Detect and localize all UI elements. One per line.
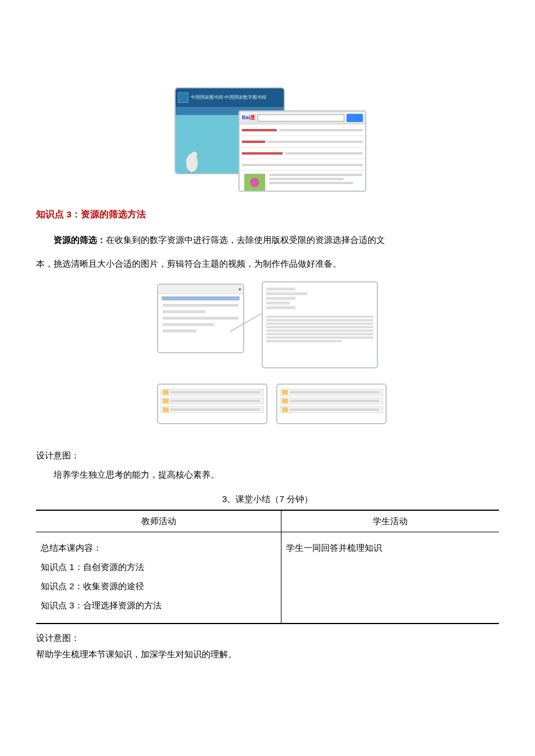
teacher-kp1: 知识点 1：自创资源的方法 (41, 557, 276, 576)
search-input-placeholder (258, 114, 344, 121)
folder-row (160, 389, 264, 396)
search-results-window: Bai度 (238, 110, 366, 192)
activity-table: 教师活动 学生活动 总结本课内容： 知识点 1：自创资源的方法 知识点 2：收集… (36, 510, 499, 624)
folder-row (280, 397, 383, 404)
class-summary-title: 3、课堂小结（7 分钟） (36, 492, 499, 506)
folder-icon (282, 390, 288, 395)
close-icon: × (238, 285, 241, 293)
knowledge-point-3-heading: 知识点 3：资源的筛选方法 (36, 207, 499, 222)
context-menu-title: × (158, 285, 243, 294)
filter-paragraph-line2: 本，挑选清晰且大小合适的图片，剪辑符合主题的视频，为制作作品做好准备。 (36, 254, 499, 273)
bird-illustration-icon (181, 150, 205, 174)
folder-panel-right (276, 384, 387, 424)
design-intent-2-block: 设计意图： 帮助学生梳理本节课知识，加深学生对知识的理解。 (36, 630, 499, 663)
folder-icon (163, 390, 169, 395)
design-intent-label-2: 设计意图： (36, 630, 499, 647)
search-button-placeholder (347, 114, 363, 122)
design-intent-label-1: 设计意图： (36, 446, 499, 465)
table-header-teacher: 教师活动 (36, 510, 281, 532)
teacher-activity-cell: 总结本课内容： 知识点 1：自创资源的方法 知识点 2：收集资源的途径 知识点 … (36, 532, 281, 624)
library-header-text: 中国国家图书馆·中国国家数字图书馆 (191, 94, 266, 102)
teacher-summary-line: 总结本课内容： (41, 538, 276, 557)
context-menu-window: × (157, 284, 244, 353)
folder-row (280, 406, 383, 413)
folder-icon (163, 399, 169, 403)
folder-icon (282, 407, 288, 412)
design-intent-text-1: 培养学生独立思考的能力，提高核心素养。 (36, 465, 499, 484)
properties-window (262, 281, 378, 368)
folder-row (160, 397, 264, 404)
result-row (240, 124, 365, 136)
figure1-container: 中国国家图书馆·中国国家数字图书馆 Bai度 (169, 76, 366, 192)
svg-point-1 (191, 152, 197, 157)
filter-bold-label: 资源的筛选： (54, 235, 106, 245)
folder-icon (282, 399, 288, 403)
folder-row (160, 406, 264, 413)
filter-text-1: 在收集到的数字资源中进行筛选，去除使用版权受限的资源选择合适的文 (106, 235, 385, 245)
search-result-rows (240, 124, 365, 192)
teacher-kp3: 知识点 3：合理选择资源的方法 (41, 596, 276, 615)
result-with-thumb (240, 171, 365, 192)
result-row (240, 136, 365, 148)
folder-panel-left (157, 384, 268, 424)
folder-icon (163, 407, 169, 412)
result-thumbnail-icon (244, 174, 265, 191)
student-activity-cell: 学生一同回答并梳理知识 (281, 532, 499, 624)
library-logo-icon (178, 92, 188, 103)
search-bar: Bai度 (240, 112, 365, 124)
figure-file-filter: × (36, 279, 499, 434)
result-row (240, 159, 365, 171)
menu-highlight (162, 296, 240, 300)
figure2-container: × (145, 279, 390, 430)
baidu-logo-icon: Bai度 (242, 113, 255, 121)
svg-line-3 (193, 172, 194, 174)
result-row (240, 148, 365, 159)
teacher-kp2: 知识点 2：收集资源的途径 (41, 576, 276, 596)
svg-line-2 (188, 172, 190, 174)
table-header-student: 学生活动 (281, 510, 499, 532)
library-window-header: 中国国家图书馆·中国国家数字图书馆 (176, 88, 284, 107)
result-text-lines (269, 172, 362, 186)
svg-point-5 (250, 178, 259, 187)
filter-paragraph-line1: 资源的筛选：在收集到的数字资源中进行筛选，去除使用版权受限的资源选择合适的文 (36, 230, 499, 249)
design-intent-text-2: 帮助学生梳理本节课知识，加深学生对知识的理解。 (36, 646, 499, 663)
figure-library-search: 中国国家图书馆·中国国家数字图书馆 Bai度 (36, 76, 499, 196)
folder-row (280, 389, 383, 396)
